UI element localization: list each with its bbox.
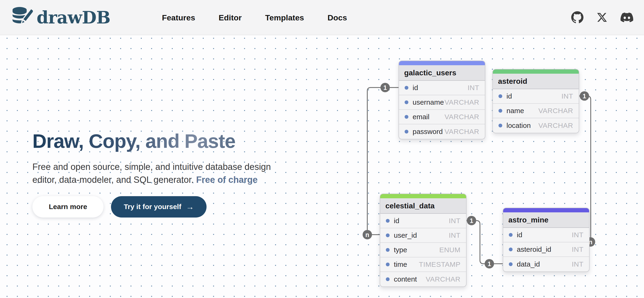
field-dot-icon (386, 219, 390, 223)
arrow-right-icon: → (186, 202, 194, 212)
field-type: INT (572, 260, 584, 268)
field-row: idINT (399, 81, 485, 95)
field-row: passwordVARCHAR (399, 124, 485, 139)
cardinality-badge-label: 1 (582, 93, 586, 100)
field-type: INT (468, 84, 479, 92)
field-row: locationVARCHAR (493, 118, 579, 133)
field-dot-icon (386, 234, 390, 237)
cta-row: Learn more Try it for yourself → (32, 196, 295, 218)
field-name: email (412, 113, 430, 121)
drawdb-logo-icon (11, 6, 33, 28)
nav-link-templates[interactable]: Templates (265, 13, 304, 22)
field-row: data_idINT (503, 257, 589, 272)
field-type: ENUM (439, 246, 460, 254)
table-accent-strip (399, 61, 485, 65)
top-navbar: drawDB Features Editor Templates Docs (0, 0, 644, 35)
field-row: asteroid_idINT (503, 242, 589, 257)
table-name: galactic_users (399, 65, 485, 81)
field-name: data_id (517, 260, 540, 268)
try-it-button[interactable]: Try it for yourself → (111, 196, 206, 218)
nav-link-editor[interactable]: Editor (219, 13, 242, 22)
field-name: id (412, 84, 418, 92)
field-name: location (506, 122, 531, 130)
field-dot-icon (509, 233, 512, 237)
cardinality-badge-label: 1 (470, 217, 473, 224)
field-type: TIMESTAMP (419, 260, 460, 268)
field-row: usernameVARCHAR (399, 95, 485, 110)
field-type: INT (572, 246, 584, 254)
field-type: VARCHAR (426, 275, 460, 283)
field-name: type (394, 246, 407, 254)
field-row: nameVARCHAR (493, 104, 579, 118)
field-row: typeENUM (380, 243, 466, 258)
field-row: idINT (493, 89, 579, 104)
table-accent-strip (380, 194, 466, 198)
field-type: VARCHAR (444, 128, 479, 136)
cardinality-badge-label: 1 (488, 260, 491, 268)
field-dot-icon (404, 130, 408, 134)
field-name: password (412, 128, 443, 136)
field-type: INT (449, 231, 460, 239)
field-dot-icon (404, 100, 408, 104)
field-dot-icon (386, 262, 390, 266)
table-astro_mine: astro_mineidINTasteroid_idINTdata_idINT (503, 208, 590, 272)
nav-link-docs[interactable]: Docs (328, 13, 347, 22)
hero-subtitle: Free and open source, simple, and intuit… (32, 160, 281, 186)
field-type: INT (449, 217, 460, 225)
field-dot-icon (498, 124, 502, 128)
table-name: astro_mine (503, 212, 589, 228)
cardinality-badge-label: 1 (383, 84, 387, 91)
brand-name: drawDB (36, 8, 110, 28)
field-dot-icon (386, 277, 390, 281)
field-name: name (506, 107, 524, 115)
field-type: VARCHAR (444, 98, 479, 106)
try-it-label: Try it for yourself (124, 203, 181, 211)
field-name: id (394, 217, 399, 225)
field-row: idINT (503, 228, 589, 242)
diagram-canvas: 1n111n galactic_usersidINTusernameVARCHA… (0, 35, 644, 298)
hero-title: Draw, Copy, and Paste (32, 130, 295, 152)
nav-link-features[interactable]: Features (162, 13, 195, 22)
main-nav: Features Editor Templates Docs (162, 0, 347, 35)
field-dot-icon (498, 109, 502, 113)
table-celestial_data: celestial_dataidINTuser_idINTtypeENUMtim… (380, 194, 466, 287)
table-asteroid: asteroididINTnameVARCHARlocationVARCHAR (492, 69, 579, 133)
brand-logo[interactable]: drawDB (11, 6, 110, 28)
github-icon[interactable] (571, 11, 584, 24)
x-twitter-icon[interactable] (596, 12, 608, 23)
table-accent-strip (503, 208, 589, 212)
field-name: id (517, 231, 522, 239)
field-row: contentVARCHAR (380, 272, 466, 286)
field-dot-icon (509, 248, 512, 251)
field-name: asteroid_id (517, 246, 551, 254)
field-type: VARCHAR (538, 107, 573, 115)
field-name: time (394, 260, 407, 268)
field-dot-icon (509, 262, 512, 266)
table-accent-strip (493, 70, 579, 74)
field-type: INT (572, 231, 584, 239)
field-row: timeTIMESTAMP (380, 258, 466, 272)
relationship-line (466, 220, 503, 264)
field-name: id (506, 92, 512, 100)
table-name: asteroid (493, 74, 579, 89)
table-galactic_users: galactic_usersidINTusernameVARCHARemailV… (398, 60, 485, 140)
field-dot-icon (404, 115, 408, 119)
field-dot-icon (386, 248, 390, 252)
field-row: idINT (380, 214, 466, 228)
table-name: celestial_data (380, 198, 466, 214)
field-type: VARCHAR (538, 122, 573, 130)
field-row: emailVARCHAR (399, 110, 485, 124)
social-links (571, 11, 633, 24)
learn-more-button[interactable]: Learn more (32, 196, 104, 218)
discord-icon[interactable] (620, 11, 633, 24)
free-of-charge-highlight: Free of charge (196, 175, 258, 185)
field-name: user_id (394, 231, 417, 239)
field-type: INT (562, 92, 573, 100)
field-dot-icon (404, 86, 408, 90)
cardinality-badge-label: n (366, 231, 370, 238)
hero-section: Draw, Copy, and Paste Free and open sour… (32, 130, 295, 218)
field-row: user_idINT (380, 228, 466, 243)
field-name: username (412, 98, 444, 106)
field-type: VARCHAR (444, 113, 479, 121)
field-dot-icon (498, 94, 502, 98)
